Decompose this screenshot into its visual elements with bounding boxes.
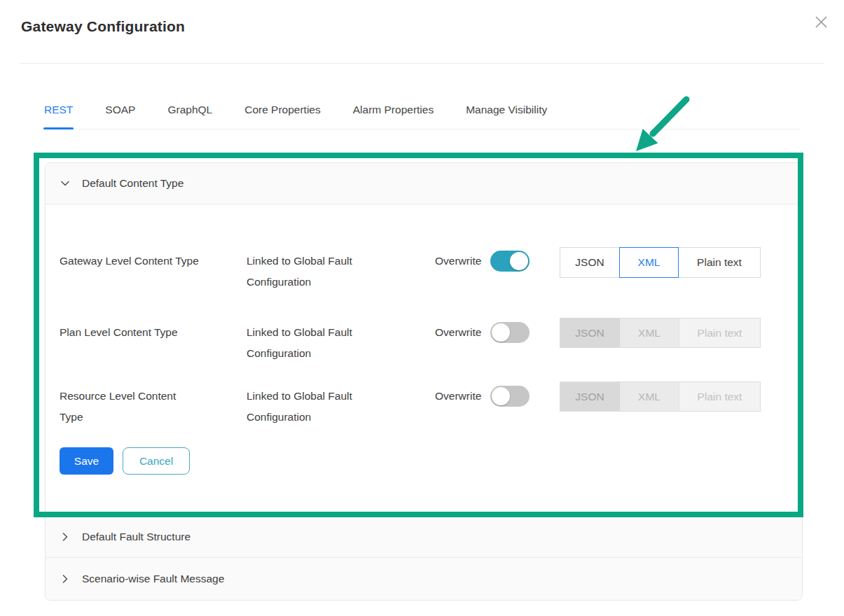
content-type-row-resource: Resource Level Content Type Linked to Gl… — [60, 386, 788, 428]
accordion-header-scenario-wise-fault-message[interactable]: Scenario-wise Fault Message — [46, 557, 802, 600]
chevron-right-icon — [60, 574, 70, 584]
tab-rest[interactable]: REST — [43, 94, 74, 129]
content-type-row-gateway: Gateway Level Content Type Linked to Glo… — [60, 251, 788, 293]
overwrite-control: Overwrite — [435, 322, 560, 343]
close-button[interactable] — [812, 13, 830, 31]
option-plain-text-button[interactable]: Plain text — [679, 248, 760, 277]
overwrite-toggle-plan[interactable] — [490, 322, 530, 343]
accordion-header-default-fault-structure[interactable]: Default Fault Structure — [46, 516, 802, 557]
linked-status: Linked to Global Fault Configuration — [247, 251, 435, 293]
overwrite-label: Overwrite — [435, 386, 481, 407]
overwrite-control: Overwrite — [435, 386, 560, 407]
content-type-row-plan: Plan Level Content Type Linked to Global… — [60, 322, 788, 364]
chevron-right-icon — [60, 532, 70, 542]
tab-bar: REST SOAP GraphQL Core Properties Alarm … — [43, 94, 801, 130]
row-label: Plan Level Content Type — [60, 322, 247, 343]
option-xml-button-disabled: XML — [619, 382, 679, 411]
linked-status: Linked to Global Fault Configuration — [247, 386, 435, 428]
row-label: Resource Level Content Type — [60, 386, 247, 428]
option-xml-button-disabled: XML — [619, 318, 679, 347]
overwrite-label: Overwrite — [435, 322, 481, 343]
row-label: Gateway Level Content Type — [60, 251, 247, 272]
tab-manage-visibility[interactable]: Manage Visibility — [465, 94, 548, 129]
default-content-type-panel: Gateway Level Content Type Linked to Glo… — [46, 204, 802, 516]
content-type-options-resource: JSON XML Plain text — [560, 382, 761, 412]
tab-graphql[interactable]: GraphQL — [167, 94, 213, 129]
close-icon — [814, 15, 829, 29]
option-json-button-disabled: JSON — [560, 318, 619, 347]
accordion-header-default-content-type[interactable]: Default Content Type — [46, 163, 802, 204]
form-actions: Save Cancel — [60, 447, 788, 475]
accordion-title: Default Content Type — [82, 177, 184, 190]
overwrite-toggle-resource[interactable] — [490, 386, 530, 407]
option-xml-button[interactable]: XML — [619, 247, 679, 278]
content-type-options-gateway: JSON XML Plain text — [560, 247, 761, 278]
option-plain-text-button-disabled: Plain text — [679, 382, 760, 411]
accordion-title: Scenario-wise Fault Message — [82, 573, 224, 585]
option-plain-text-button-disabled: Plain text — [679, 318, 760, 347]
chevron-down-icon — [60, 178, 70, 188]
option-json-button-disabled: JSON — [560, 382, 619, 411]
title-divider — [20, 63, 824, 64]
option-json-button[interactable]: JSON — [560, 248, 619, 277]
cancel-button[interactable]: Cancel — [123, 447, 190, 475]
toggle-knob — [492, 323, 510, 342]
toggle-knob — [510, 252, 528, 270]
content-type-options-plan: JSON XML Plain text — [560, 318, 761, 348]
gateway-config-accordion: Default Content Type Gateway Level Conte… — [45, 162, 803, 601]
accordion-title: Default Fault Structure — [82, 531, 191, 543]
save-button[interactable]: Save — [60, 447, 113, 475]
overwrite-label: Overwrite — [435, 251, 481, 272]
toggle-knob — [492, 387, 510, 405]
tab-alarm-properties[interactable]: Alarm Properties — [352, 94, 434, 129]
dialog-title: Gateway Configuration — [21, 18, 185, 35]
tab-core-properties[interactable]: Core Properties — [244, 94, 321, 129]
overwrite-control: Overwrite — [435, 251, 560, 272]
overwrite-toggle-gateway[interactable] — [490, 251, 530, 272]
linked-status: Linked to Global Fault Configuration — [247, 322, 435, 364]
tab-soap[interactable]: SOAP — [104, 94, 136, 129]
